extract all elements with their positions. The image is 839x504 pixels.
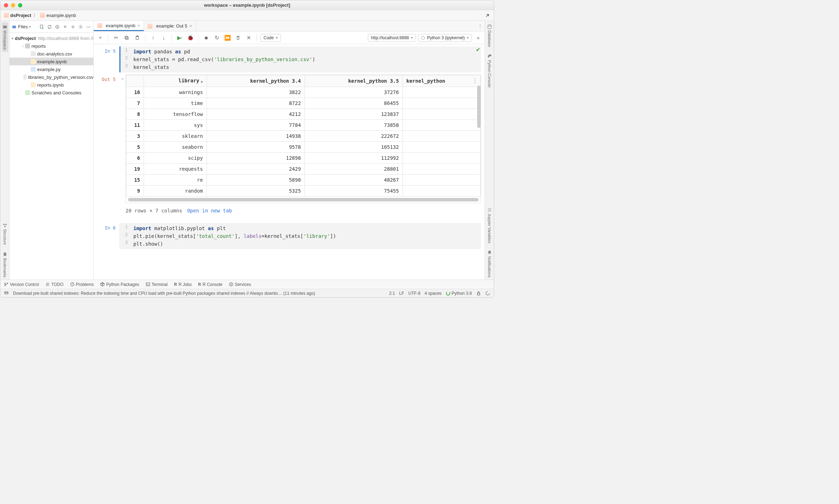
settings-icon[interactable]	[78, 24, 83, 30]
table-row[interactable]: 19requests242928801	[126, 164, 481, 175]
tool-jupyter-variables[interactable]: Jupyter Variables	[486, 205, 493, 245]
col-kp34[interactable]: kernel_python 3.4	[207, 75, 305, 87]
collapse-all-icon[interactable]: ≡	[62, 24, 68, 30]
tool-r-jobs[interactable]: RR Jobs	[174, 282, 192, 287]
hide-panel-icon[interactable]: —	[86, 24, 91, 30]
tree-item[interactable]: Scratches and Consoles	[10, 89, 93, 96]
col-kp-more[interactable]: kernel_python	[403, 75, 480, 87]
scrollbar-vertical[interactable]	[477, 86, 481, 128]
inspection-ok-icon[interactable]: ✔	[476, 46, 480, 53]
restart-kernel-button[interactable]: ↻	[213, 34, 221, 42]
dataframe-more-icon[interactable]: ⋮	[472, 77, 478, 85]
status-message[interactable]: Download pre-built shared indexes: Reduc…	[13, 291, 385, 296]
scrollbar-horizontal[interactable]	[128, 198, 479, 201]
table-row[interactable]: 6scipy12898112992	[126, 153, 481, 164]
tabs-more-icon[interactable]: ⋮	[475, 21, 485, 31]
tool-problems[interactable]: Problems	[70, 282, 94, 287]
toolbar-more-icon[interactable]: »	[474, 34, 482, 42]
cut-button[interactable]: ✂	[112, 34, 120, 42]
table-row[interactable]: 9random532575455	[126, 186, 481, 197]
tree-item[interactable]: libraries_by_python_version.csv	[10, 73, 93, 81]
clear-output-button[interactable]: ✕	[244, 34, 253, 42]
tree-item[interactable]: example.py	[10, 65, 93, 73]
tool-structure[interactable]: Structure	[2, 221, 8, 247]
tool-bookmarks[interactable]: Bookmarks	[2, 250, 8, 280]
kernel-selector[interactable]: Python 3 (ipykernel)▾	[418, 34, 472, 42]
open-external-icon[interactable]	[485, 13, 490, 18]
tool-terminal[interactable]: Terminal	[146, 282, 168, 287]
tool-services[interactable]: Services	[229, 282, 251, 287]
maximize-window-button[interactable]	[18, 3, 22, 7]
breadcrumb-file[interactable]: example.ipynb	[40, 13, 76, 18]
move-up-button[interactable]: ↑	[149, 34, 157, 42]
status-encoding[interactable]: UTF-8	[409, 291, 421, 296]
tool-workspace[interactable]: Workspace	[2, 22, 8, 52]
tool-r-console[interactable]: RR Console	[198, 282, 222, 287]
close-tab-icon[interactable]: ×	[138, 23, 140, 28]
project-view-selector[interactable]: Files ▾	[12, 24, 31, 29]
run-cell-button[interactable]: ▶I	[175, 34, 184, 42]
status-lock-icon[interactable]	[476, 291, 481, 296]
tool-notifications[interactable]: Notifications	[486, 248, 493, 280]
table-row[interactable]: 15re589848267	[126, 175, 481, 186]
status-line-separator[interactable]: LF	[399, 291, 404, 296]
status-sync-icon[interactable]	[485, 291, 490, 296]
cell-in-5[interactable]: In 5 123 import pandas as pd kernel_stat…	[100, 46, 481, 72]
table-row[interactable]: 7time872286455	[126, 98, 481, 109]
select-opened-icon[interactable]: ≑	[70, 24, 76, 30]
col-index[interactable]	[126, 75, 144, 87]
jupyter-server-selector[interactable]: http://localhost:8888▾	[368, 34, 416, 42]
editor-tab[interactable]: example.ipynb×	[94, 21, 144, 31]
tool-version-control[interactable]: Version Control	[4, 282, 39, 287]
tree-item[interactable]: reports.ipynb	[10, 81, 93, 89]
table-row[interactable]: 5seaborn9578105132	[126, 142, 481, 153]
table-row[interactable]: 8tensorflow4212123837	[126, 109, 481, 120]
cell-in-6[interactable]: In 6 123 import matplotlib.pyplot as plt…	[100, 223, 481, 249]
table-row[interactable]: 11sys778473858	[126, 120, 481, 131]
tool-python-packages[interactable]: Python Packages	[100, 282, 139, 287]
paste-button[interactable]	[133, 34, 141, 42]
tree-root[interactable]: ▾ dsProject http://localhost:8888 from /…	[10, 34, 93, 42]
cell-type-selector[interactable]: Code▾	[260, 34, 281, 42]
folder-icon	[25, 43, 30, 48]
refresh-icon[interactable]	[47, 24, 52, 30]
col-kp35[interactable]: kernel_python 3.5	[305, 75, 403, 87]
move-down-button[interactable]: ↓	[160, 34, 168, 42]
tree-item[interactable]: ›reports	[10, 42, 93, 50]
svg-rect-20	[5, 292, 8, 294]
delete-cell-button[interactable]	[234, 34, 242, 42]
breadcrumb-project[interactable]: dsProject	[4, 13, 31, 18]
table-row[interactable]: 3sklearn14938222672	[126, 131, 481, 142]
close-tab-icon[interactable]: ×	[190, 23, 192, 29]
status-icon[interactable]	[4, 290, 9, 296]
collapse-output-button[interactable]: ⌄	[119, 75, 126, 221]
status-caret-pos[interactable]: 2:1	[389, 291, 395, 296]
table-row[interactable]: 16warnings382237276	[126, 87, 481, 98]
tool-database[interactable]: Database	[486, 22, 493, 49]
debug-cell-button[interactable]: 🐞	[186, 34, 195, 42]
status-indent[interactable]: 4 spaces	[425, 291, 442, 296]
tree-item[interactable]: example.ipynb	[10, 58, 93, 65]
tool-todo[interactable]: TODO	[45, 282, 63, 287]
project-tree[interactable]: ▾ dsProject http://localhost:8888 from /…	[10, 33, 93, 280]
stop-button[interactable]: ■	[202, 34, 210, 42]
notebook-body[interactable]: ✔ In 5 123 import pandas as pd kernel_st…	[94, 44, 485, 280]
copy-button[interactable]	[122, 34, 131, 42]
col-library[interactable]: library▲	[144, 75, 207, 87]
tool-python-console[interactable]: Python Console	[486, 52, 493, 90]
tree-item[interactable]: doc-analytics.csv	[10, 50, 93, 58]
expand-all-icon[interactable]	[54, 24, 60, 30]
chevron-right-icon[interactable]: ›	[21, 44, 25, 48]
run-all-button[interactable]: ⏩	[223, 34, 232, 42]
add-file-icon[interactable]	[39, 24, 45, 30]
minimize-window-button[interactable]	[11, 3, 15, 7]
code-editor[interactable]: import pandas as pd kernel_stats = pd.re…	[130, 46, 481, 72]
add-cell-button[interactable]: ＋	[96, 34, 104, 42]
code-editor[interactable]: import matplotlib.pyplot as plt plt.pie(…	[130, 223, 481, 249]
open-in-new-tab-link[interactable]: Open in new tab	[187, 207, 232, 215]
dataframe-output[interactable]: ⋮ library▲ kernel_python 3.4 kernel_pyth…	[126, 75, 481, 203]
close-window-button[interactable]	[4, 3, 8, 7]
status-interpreter[interactable]: Python 3.9	[446, 291, 472, 296]
editor-tab[interactable]: example: Out 5×	[144, 21, 196, 31]
dataframe-table[interactable]: library▲ kernel_python 3.4 kernel_python…	[126, 75, 481, 197]
